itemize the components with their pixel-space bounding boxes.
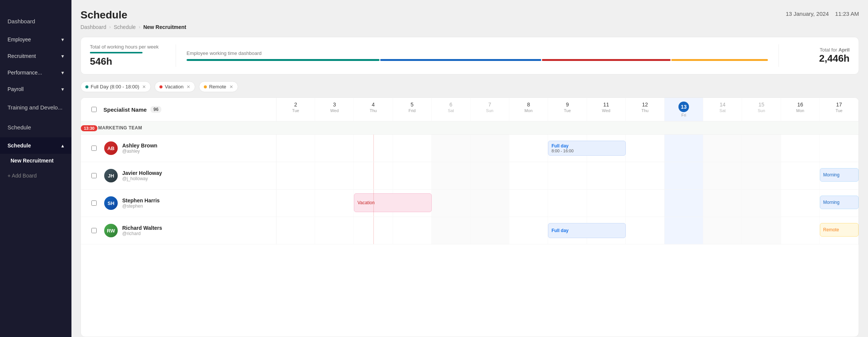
- cell-2-0[interactable]: [276, 190, 315, 217]
- cell-1-10[interactable]: [665, 162, 703, 189]
- cell-3-6[interactable]: [509, 217, 548, 244]
- cal-day-15: 15Sun: [742, 98, 781, 121]
- cell-1-9[interactable]: [626, 162, 665, 189]
- event-vacation[interactable]: Vacation: [354, 193, 431, 212]
- cell-1-11[interactable]: [703, 162, 742, 189]
- cell-0-6[interactable]: [509, 135, 548, 162]
- day-num-9: 9: [566, 102, 569, 108]
- cell-3-9[interactable]: [626, 217, 665, 244]
- event-morning[interactable]: Morning: [820, 196, 859, 209]
- cell-3-0[interactable]: [276, 217, 315, 244]
- stats-total-label: Total for April: [789, 47, 850, 53]
- cell-3-3[interactable]: [393, 217, 432, 244]
- chevron-down-icon: ▾: [61, 70, 64, 76]
- cell-0-5[interactable]: [470, 135, 509, 162]
- cell-3-11[interactable]: [703, 217, 742, 244]
- row-checkbox-2[interactable]: [91, 200, 97, 206]
- cell-1-3[interactable]: [393, 162, 432, 189]
- sidebar-item-performance[interactable]: Performance... ▾: [0, 64, 71, 81]
- cell-2-4[interactable]: [432, 190, 470, 217]
- cell-2-1[interactable]: [315, 190, 354, 217]
- filter-fullday-label: Full Day (8:00 - 18:00): [91, 84, 139, 90]
- cell-0-9[interactable]: [626, 135, 665, 162]
- cell-0-3[interactable]: [393, 135, 432, 162]
- sidebar-item-employee[interactable]: Employee ▾: [0, 31, 71, 48]
- cell-0-1[interactable]: [315, 135, 354, 162]
- sidebar-sub-new-recruitment[interactable]: New Recruitment: [0, 154, 71, 167]
- filter-row: Full Day (8:00 - 18:00) ✕ Vacation ✕ Rem…: [80, 81, 859, 92]
- cell-2-5[interactable]: [470, 190, 509, 217]
- cell-0-4[interactable]: [432, 135, 470, 162]
- cell-3-1[interactable]: [315, 217, 354, 244]
- filter-remote-close[interactable]: ✕: [229, 84, 233, 90]
- stats-weekly: Total of working hours per week 546h: [90, 44, 165, 67]
- event-fullday[interactable]: Full day8:00 - 16:00: [548, 141, 625, 156]
- event-fullday[interactable]: Full day: [548, 223, 625, 238]
- sidebar-item-schedule-top[interactable]: Schedule: [0, 117, 71, 137]
- cell-1-7[interactable]: [548, 162, 587, 189]
- filter-fullday[interactable]: Full Day (8:00 - 18:00) ✕: [80, 81, 151, 92]
- row-checkbox-3[interactable]: [91, 228, 97, 233]
- person-info-1: JHJavier Holloway@j_holloway: [81, 162, 276, 189]
- cell-1-8[interactable]: [587, 162, 626, 189]
- filter-vacation[interactable]: Vacation ✕: [155, 81, 195, 92]
- sidebar-item-dashboard[interactable]: Dashboard: [0, 11, 71, 31]
- cell-2-8[interactable]: [587, 190, 626, 217]
- sidebar-add-board[interactable]: + Add Board: [0, 167, 71, 184]
- filter-vacation-close[interactable]: ✕: [187, 84, 190, 90]
- stats-card: Total of working hours per week 546h Emp…: [80, 37, 859, 74]
- cell-2-7[interactable]: [548, 190, 587, 217]
- cell-1-4[interactable]: [432, 162, 470, 189]
- cell-2-11[interactable]: [703, 190, 742, 217]
- sidebar-dashboard-label: Dashboard: [8, 18, 35, 24]
- cell-1-6[interactable]: [509, 162, 548, 189]
- cell-1-1[interactable]: [315, 162, 354, 189]
- cell-0-11[interactable]: [703, 135, 742, 162]
- stats-total: Total for April 2,446h: [789, 47, 850, 64]
- breadcrumb-schedule[interactable]: Schedule: [114, 24, 136, 30]
- cal-day-9: 9Tue: [548, 98, 587, 121]
- cal-day-12: 12Thu: [626, 98, 665, 121]
- cell-2-9[interactable]: [626, 190, 665, 217]
- cell-3-10[interactable]: [665, 217, 703, 244]
- day-num-17: 17: [836, 102, 842, 108]
- filter-remote[interactable]: Remote ✕: [199, 81, 238, 92]
- cell-0-13[interactable]: [781, 135, 820, 162]
- cell-1-0[interactable]: [276, 162, 315, 189]
- sidebar-item-recruitment[interactable]: Recruitment ▾: [0, 48, 71, 64]
- sidebar-item-payroll[interactable]: Payroll ▾: [0, 81, 71, 97]
- cell-3-13[interactable]: [781, 217, 820, 244]
- event-remote[interactable]: Remote: [820, 223, 859, 237]
- event-morning[interactable]: Morning: [820, 168, 859, 182]
- cell-0-14[interactable]: [820, 135, 859, 162]
- row-checkbox-0[interactable]: [91, 146, 97, 151]
- row-checkbox-cell-3: [88, 228, 100, 233]
- cell-2-6[interactable]: [509, 190, 548, 217]
- cell-0-0[interactable]: [276, 135, 315, 162]
- sidebar-item-schedule-expanded[interactable]: Schedule ▴: [0, 137, 71, 154]
- header-checkbox-cell: [88, 107, 100, 112]
- person-info-0: ABAshley Brown@ashley: [81, 135, 276, 162]
- cell-3-4[interactable]: [432, 217, 470, 244]
- cell-1-5[interactable]: [470, 162, 509, 189]
- cell-1-13[interactable]: [781, 162, 820, 189]
- filter-fullday-close[interactable]: ✕: [142, 84, 146, 90]
- day-name-5: Frid: [408, 108, 416, 113]
- calendar-group-row: MARKETING TEAM 13:30: [81, 121, 859, 135]
- cell-1-12[interactable]: [742, 162, 781, 189]
- cell-3-5[interactable]: [470, 217, 509, 244]
- calendar-days-header: 2Tue3Wed4Thu5Frid6Sat7Sun8Mon9Tue11Wed12…: [276, 98, 859, 121]
- cell-0-12[interactable]: [742, 135, 781, 162]
- breadcrumb-dashboard[interactable]: Dashboard: [80, 24, 106, 30]
- cell-2-10[interactable]: [665, 190, 703, 217]
- sidebar-item-training[interactable]: Training and Develo...: [0, 97, 71, 117]
- row-checkbox-cell-0: [88, 146, 100, 151]
- cell-0-10[interactable]: [665, 135, 703, 162]
- header-checkbox[interactable]: [91, 107, 97, 112]
- calendar-name-header: Specialist Name 96: [81, 98, 276, 121]
- row-checkbox-1[interactable]: [91, 173, 97, 178]
- cell-2-13[interactable]: [781, 190, 820, 217]
- cell-3-12[interactable]: [742, 217, 781, 244]
- day-num-14: 14: [720, 102, 726, 108]
- cell-2-12[interactable]: [742, 190, 781, 217]
